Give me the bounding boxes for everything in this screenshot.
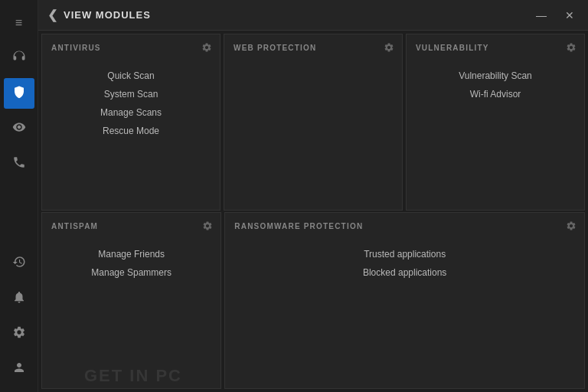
sidebar-item-history[interactable] [4, 248, 34, 279]
manage-spammers-link[interactable]: Manage Spammers [91, 267, 172, 278]
module-antivirus: ANTIVIRUS Quick Scan System Scan Manage … [41, 34, 220, 211]
module-antispam: ANTISPAM Manage Friends Manage Spammers [41, 212, 221, 389]
page-title: VIEW MODULES [64, 9, 151, 21]
manage-scans-link[interactable]: Manage Scans [100, 107, 162, 118]
phone-icon [12, 155, 26, 172]
sidebar-item-settings[interactable] [4, 318, 34, 349]
antispam-title: ANTISPAM [51, 222, 211, 230]
sidebar-item-phone[interactable] [4, 149, 34, 179]
sidebar-bottom [4, 248, 34, 384]
antivirus-links: Quick Scan System Scan Manage Scans Resc… [51, 70, 211, 136]
sidebar-item-eye[interactable] [4, 113, 34, 144]
antispam-links: Manage Friends Manage Spammers [51, 249, 211, 278]
quick-scan-link[interactable]: Quick Scan [107, 70, 154, 81]
main-content: ❮ VIEW MODULES — ✕ ANTIVIRUS Quick Scan … [38, 0, 588, 392]
vulnerability-title: VULNERABILITY [416, 44, 575, 52]
back-button[interactable]: ❮ [47, 8, 57, 22]
ransomware-links: Trusted applications Blocked application… [234, 249, 575, 278]
sidebar-item-account[interactable] [4, 354, 34, 384]
titlebar: ❮ VIEW MODULES — ✕ [38, 0, 588, 31]
account-icon [12, 361, 26, 377]
web-protection-title: WEB PROTECTION [234, 44, 393, 52]
web-protection-gear-button[interactable] [384, 42, 394, 55]
headset-icon [12, 50, 26, 67]
close-button[interactable]: ✕ [560, 8, 579, 23]
menu-icon: ≡ [15, 16, 22, 30]
sidebar-item-headset[interactable] [4, 43, 34, 74]
antivirus-title: ANTIVIRUS [51, 44, 211, 52]
minimize-button[interactable]: — [531, 8, 551, 23]
wifi-advisor-link[interactable]: Wi-fi Advisor [470, 89, 521, 100]
module-web-protection: WEB PROTECTION [224, 34, 403, 211]
ransomware-gear-button[interactable] [566, 220, 577, 234]
sidebar-item-menu[interactable]: ≡ [4, 8, 34, 38]
settings-icon [12, 325, 26, 342]
window-controls: — ✕ [531, 8, 579, 23]
sidebar: ≡ [0, 0, 38, 392]
vulnerability-scan-link[interactable]: Vulnerability Scan [459, 70, 532, 81]
history-icon [12, 255, 26, 272]
eye-icon [12, 120, 26, 137]
vulnerability-links: Vulnerability Scan Wi-fi Advisor [416, 70, 575, 100]
module-ransomware: RANSOMWARE PROTECTION Trusted applicatio… [224, 212, 585, 389]
blocked-applications-link[interactable]: Blocked applications [363, 267, 446, 278]
vulnerability-gear-button[interactable] [566, 42, 577, 55]
ransomware-title: RANSOMWARE PROTECTION [234, 222, 575, 230]
manage-friends-link[interactable]: Manage Friends [98, 249, 165, 260]
module-vulnerability: VULNERABILITY Vulnerability Scan Wi-fi A… [406, 34, 585, 211]
antivirus-gear-button[interactable] [201, 42, 212, 55]
system-scan-link[interactable]: System Scan [104, 89, 158, 100]
antispam-gear-button[interactable] [202, 220, 213, 234]
bell-icon [12, 290, 26, 307]
sidebar-item-shield[interactable] [4, 78, 34, 109]
shield-icon [12, 85, 26, 102]
sidebar-item-bell[interactable] [4, 283, 34, 314]
rescue-mode-link[interactable]: Rescue Mode [103, 126, 159, 136]
trusted-applications-link[interactable]: Trusted applications [364, 249, 446, 260]
